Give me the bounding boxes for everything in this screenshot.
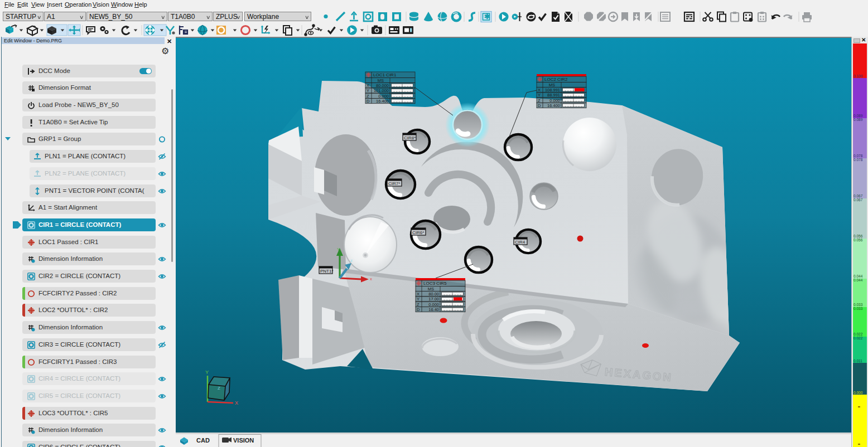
svg-text:CIR4: CIR4 bbox=[515, 240, 525, 245]
svg-text:X: X bbox=[538, 88, 541, 93]
svg-text:X: X bbox=[417, 291, 419, 297]
svg-text:Y: Y bbox=[417, 297, 419, 302]
svg-text:VISION: VISION bbox=[233, 437, 254, 444]
svg-text:LOC3 CIR5: LOC3 CIR5 bbox=[423, 281, 447, 286]
svg-text:CIR8*: CIR8* bbox=[404, 135, 416, 140]
svg-text:0.000: 0.000 bbox=[378, 94, 389, 99]
svg-text:Y: Y bbox=[205, 370, 209, 375]
svg-text:Z: Z bbox=[218, 386, 220, 391]
svg-text:X: X bbox=[235, 400, 238, 406]
svg-text:D: D bbox=[538, 103, 541, 108]
svg-text:CIR6*: CIR6* bbox=[412, 230, 424, 235]
svg-text:16.40: 16.40 bbox=[428, 307, 439, 312]
svg-text:80.000: 80.000 bbox=[376, 83, 389, 88]
svg-text:16.400: 16.400 bbox=[547, 103, 560, 108]
svg-text:0.000: 0.000 bbox=[549, 98, 560, 103]
svg-text:D: D bbox=[417, 307, 420, 312]
svg-text:✱: ✱ bbox=[484, 12, 490, 21]
svg-text:101.000: 101.000 bbox=[374, 88, 389, 93]
svg-text:80.00: 80.00 bbox=[428, 291, 439, 297]
svg-text:CIR7*: CIR7* bbox=[388, 181, 400, 186]
svg-text:MS: MS bbox=[428, 286, 434, 291]
svg-text:108.991: 108.991 bbox=[545, 88, 560, 93]
svg-text:Z: Z bbox=[367, 94, 369, 99]
svg-text:0.000: 0.000 bbox=[428, 302, 439, 307]
svg-text:PNT1*: PNT1* bbox=[320, 269, 334, 274]
svg-text:LOC1 CIR1: LOC1 CIR1 bbox=[373, 72, 397, 77]
svg-text:x: x bbox=[370, 276, 372, 281]
svg-text:Y: Y bbox=[337, 247, 340, 252]
svg-text:Y: Y bbox=[367, 88, 369, 93]
svg-text:z: z bbox=[350, 258, 353, 263]
svg-text:17.00: 17.00 bbox=[428, 297, 439, 302]
svg-text:16.400: 16.400 bbox=[376, 99, 389, 104]
svg-text:88.991: 88.991 bbox=[547, 93, 560, 98]
svg-text:MS: MS bbox=[378, 78, 384, 83]
svg-text:Z: Z bbox=[417, 302, 419, 307]
svg-text:CAD: CAD bbox=[196, 437, 210, 444]
svg-text:D: D bbox=[367, 99, 370, 104]
svg-text:LOC2 CIR2: LOC2 CIR2 bbox=[544, 77, 568, 82]
svg-text:X: X bbox=[367, 83, 369, 88]
svg-text:Z: Z bbox=[538, 98, 541, 103]
svg-text:MS: MS bbox=[549, 82, 555, 88]
svg-text:Y: Y bbox=[538, 93, 541, 98]
